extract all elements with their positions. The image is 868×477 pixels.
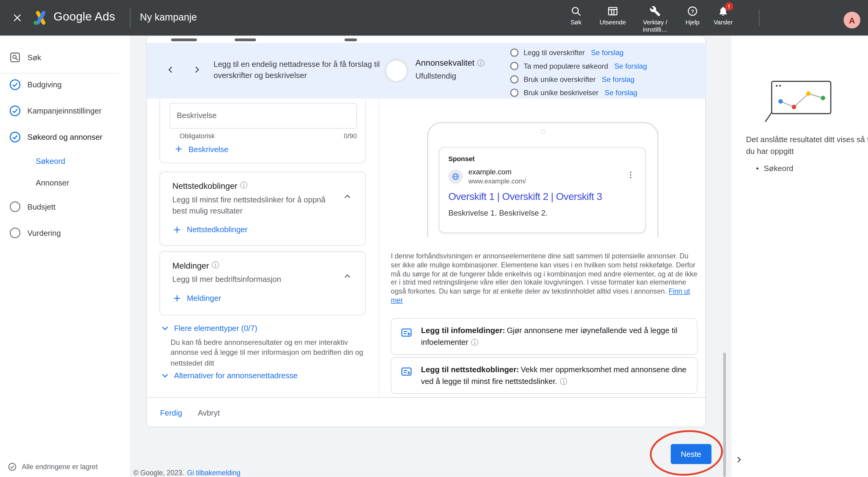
account-avatar[interactable]: A [844,12,861,28]
checklist-row: Bruk unike overskrifter Se forslag [510,73,647,86]
checklist-label: Bruk unike overskrifter [524,75,595,83]
changes-saved-note: Alle endringene er lagret [8,463,98,472]
checklist-label: Ta med populære søkeord [524,61,608,70]
add-description-label: Beskrivelse [188,144,228,154]
bullet-icon: • [756,164,759,173]
saved-check-icon [8,463,17,472]
quality-status: Ufullstendig [415,71,484,80]
sidebar-subitem-annonser[interactable]: Annonser [36,176,69,190]
sidebar-item-sokeord-og-annonser[interactable]: Søkeord og annonser [9,130,102,144]
product-name: Google Ads [54,10,116,23]
sidebar-item-budgiving[interactable]: Budgiving [9,77,62,92]
page-footer: © Google, 2023. Gi tilbakemelding [133,469,240,477]
add-callouts-label: Meldinger [187,294,221,303]
check-circle-icon [9,131,22,143]
saved-note-text: Alle endringene er lagret [22,463,98,471]
sidebar-label: Vurdering [27,229,61,238]
add-sitelinks-label: Nettstedkoblinger [187,225,248,234]
topbar-nav-search[interactable]: Søk [559,4,593,33]
info-icon[interactable]: ⓘ [560,377,567,385]
tip-text: Legg til infomeldinger:Gjør annonsene me… [421,325,688,348]
panel-collapse-chevron-icon[interactable] [734,455,744,465]
feedback-link[interactable]: Gi tilbakemelding [187,469,240,477]
sidebar-item-sok[interactable]: Søk [9,50,41,65]
topbar-nav-tools[interactable]: Verktøy / innstilli… [633,4,678,33]
checklist-label: Bruk unike beskrivelser [524,88,598,97]
info-icon[interactable]: ⓘ [212,260,219,270]
next-button[interactable]: Neste [671,444,711,464]
more-asset-types-toggle[interactable]: Flere elementtyper (0/7) [159,322,257,334]
check-circle-icon [9,105,22,117]
ad-headline[interactable]: Overskift 1 | Overskift 2 | Overskift 3 [448,191,636,203]
checklist-label: Legg til overskrifter [524,48,585,57]
topbar-nav-appearance[interactable]: Utseende [593,4,633,33]
info-icon[interactable]: ⓘ [477,59,484,67]
main-content: Legg til en endelig nettadresse for å få… [130,36,732,477]
disclaimer-text: I denne forhåndsvisningen er annonseelem… [391,252,698,295]
see-suggestions-link[interactable]: Se forslag [602,75,634,83]
svg-text:?: ? [691,9,694,14]
topbar-nav-notifications[interactable]: Varsler ! [708,4,739,33]
sidebar-label: Kampanjeinnstillinger [27,106,101,115]
quality-title-text: Annonsekvalitet [415,58,474,67]
more-vert-icon[interactable] [626,170,635,179]
nav-label: Hjelp [685,19,699,26]
sidebar-subitem-sokeord[interactable]: Søkeord [36,154,65,168]
dialog-footer: Ferdig Avbryt [147,397,707,427]
cancel-button[interactable]: Avbryt [198,408,220,417]
add-asset-icon [400,327,412,348]
info-icon[interactable]: ⓘ [240,180,247,190]
vertical-scrollbar[interactable] [723,353,726,477]
display-domain: example.com [468,168,526,176]
favicon-circle [448,169,463,183]
add-sitelinks-button[interactable]: Nettstedkoblinger [173,225,353,234]
ad-url-options-toggle[interactable]: Alternativer for annonsenettadresse [159,370,298,381]
see-suggestions-link[interactable]: Se forslag [591,48,624,57]
callouts-title-text: Meldinger [173,261,209,270]
chevron-right-icon[interactable] [191,64,203,75]
radio-circle-icon[interactable] [510,61,519,70]
tip-card-callouts[interactable]: Legg til infomeldinger:Gjør annonsene me… [391,318,698,355]
sidebar-item-kampanjeinnstillinger[interactable]: Kampanjeinnstillinger [9,104,101,118]
info-icon[interactable]: ⓘ [471,338,478,347]
ad-preview-card: Sponset example.com www.example.com/ [439,147,646,233]
see-suggestions-link[interactable]: Se forslag [604,88,637,97]
sidebar-divider [0,73,120,73]
topbar-divider [759,9,760,26]
more-asset-types-hint: Du kan få bedre annonseresultater og en … [170,338,365,368]
topbar-nav-help[interactable]: ? Hjelp [678,4,708,33]
tip-card-sitelinks[interactable]: Legg til nettstedkoblinger:Vekk mer oppm… [391,357,698,394]
close-icon[interactable] [12,13,22,23]
sidebar-item-vurdering[interactable]: Vurdering [9,226,61,240]
sitelinks-subtitle: Legg til minst fire nettstedslinker for … [173,195,329,217]
radio-circle-icon[interactable] [510,75,519,83]
checklist-row: Legg til overskrifter Se forslag [510,46,647,59]
ad-preview-device: Sponset example.com www.example.com/ [427,122,658,237]
add-asset-icon [400,366,412,387]
chevron-left-icon[interactable] [165,64,176,75]
sidebar-label: Søkeord og annonser [27,133,102,141]
search-campaign-icon [9,51,22,64]
sidebar-item-budsjett[interactable]: Budsjett [9,199,56,214]
sitelinks-card: Nettstedkoblinger ⓘ Legg til minst fire … [159,172,366,246]
description-card: Obligatorisk 0/90 Beskrivelse [159,99,366,163]
see-suggestions-link[interactable]: Se forslag [614,61,647,70]
radio-circle-icon[interactable] [510,48,519,57]
callouts-title: Meldinger ⓘ [173,260,353,270]
sitelinks-title: Nettstedkoblinger ⓘ [173,180,353,190]
google-ads-logo[interactable] [32,9,49,26]
check-circle-icon [9,78,22,91]
radio-circle-icon[interactable] [510,88,519,97]
nav-label: Utseende [600,19,626,26]
add-callouts-button[interactable]: Meldinger [173,294,353,303]
add-description-button[interactable]: Beskrivelse [174,144,228,154]
ad-description: Beskrivelse 1. Beskrivelse 2. [448,208,636,217]
chevron-up-icon[interactable] [342,191,353,202]
done-button[interactable]: Ferdig [160,408,182,417]
display-url: www.example.com/ [468,177,526,185]
tip-text: Legg til nettstedkoblinger:Vekk mer oppm… [421,364,688,387]
ad-url-options-label: Alternativer for annonsenettadresse [174,371,298,380]
sidebar-label: Budgiving [27,80,62,89]
description-input[interactable] [169,103,357,129]
chevron-up-icon[interactable] [342,271,353,282]
